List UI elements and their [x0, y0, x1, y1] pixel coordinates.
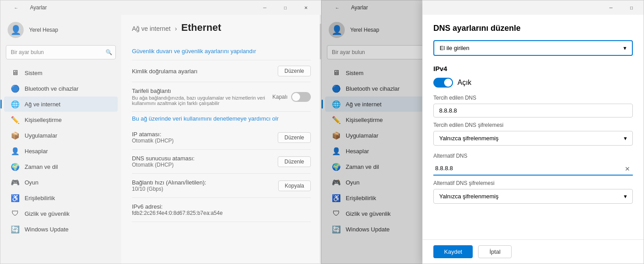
ag-icon: 🌐: [11, 100, 19, 108]
security-label[interactable]: Güvenlik duvarı ve güvenlik ayarlarını y…: [132, 48, 256, 54]
cancel-button[interactable]: İptal: [478, 245, 512, 258]
kimlik-section: Kimlik doğrulama ayarları Düzenle: [132, 60, 311, 82]
search-input[interactable]: [6, 45, 116, 59]
chevron-down-icon: ▾: [623, 45, 627, 51]
bluetooth-icon-2: 🔵: [332, 84, 340, 92]
sidebar-item-zaman[interactable]: 🌍 Zaman ve dil: [4, 159, 118, 174]
sidebar-item-bluetooth[interactable]: 🔵 Bluetooth ve cihazlar: [4, 81, 118, 96]
sidebar2-item-ag[interactable]: 🌐 Ağ ve internet: [325, 96, 439, 112]
search-input-2[interactable]: [327, 45, 437, 59]
sidebar-item-label: Hesaplar: [346, 148, 369, 155]
dns-method-dropdown[interactable]: El ile girilen ▾: [433, 40, 633, 56]
data-link[interactable]: Bu ağ üzerinde veri kullanımını denetlem…: [132, 115, 279, 122]
breadcrumb-parent: Ağ ve internet: [132, 25, 170, 32]
preferred-encryption-dropdown[interactable]: Yalnızca şifrelenmemiş ▾: [433, 131, 633, 146]
sidebar2-item-gizlilik[interactable]: 🛡 Gizlik ve güvenlik: [325, 206, 439, 221]
update-icon: 🔄: [11, 225, 19, 233]
sidebar2-item-sistem[interactable]: 🖥 Sistem: [325, 65, 439, 80]
ipv6-value: fdb2:2c26:f4e4:0:8d67:825:b7ea:a54e: [132, 210, 223, 216]
breadcrumb-sep: ›: [175, 25, 177, 32]
kisisel-icon-2: ✏️: [332, 116, 340, 124]
breadcrumb: Ağ ve internet › Ethernet: [132, 22, 311, 34]
gizlilik-icon-2: 🛡: [332, 210, 340, 218]
alternate-encryption-value: Yalnızca şifrelenmemiş: [439, 193, 499, 200]
dns-edit-button[interactable]: Düzenle: [278, 156, 311, 167]
sidebar-item-label: Zaman ve dil: [25, 163, 58, 170]
sidebar-item-hesaplar[interactable]: 👤 Hesaplar: [4, 143, 118, 159]
preferred-dns-input[interactable]: [433, 104, 633, 117]
sidebar-item-kisisel[interactable]: ✏️ Kişiselleştirme: [4, 112, 118, 127]
nav-items: 🖥 Sistem 🔵 Bluetooth ve cihazlar 🌐 Ağ ve…: [0, 63, 121, 264]
sidebar-item-label: Ağ ve internet: [346, 101, 381, 108]
close-button[interactable]: ✕: [296, 0, 316, 15]
avatar-icon: 👤: [10, 25, 21, 35]
zaman-icon: 🌍: [11, 163, 19, 171]
sidebar2-item-zaman[interactable]: 🌍 Zaman ve dil: [325, 159, 439, 174]
uygulamalar-icon: 📦: [11, 131, 19, 139]
sidebar2-item-erisim[interactable]: ♿ Erişilebilirlik: [325, 190, 439, 205]
ipv6-info: IPv6 adresi: fdb2:2c26:f4e4:0:8d67:825:b…: [132, 203, 223, 216]
sidebar-item-label: Windows Update: [346, 226, 390, 233]
sidebar2-item-uygulamalar[interactable]: 📦 Uygulamalar: [325, 128, 439, 143]
ip-info: IP ataması: Otomatik (DHCP): [132, 131, 174, 144]
kimlik-info: Kimlik doğrulama ayarları: [132, 68, 198, 75]
user-section: 👤 Yerel Hesap: [0, 15, 121, 43]
ipv4-toggle-label: Açık: [458, 79, 471, 87]
sidebar2-item-bluetooth[interactable]: 🔵 Bluetooth ve cihazlar: [325, 81, 439, 96]
sidebar-item-erisim[interactable]: ♿ Erişilebilirlik: [4, 190, 118, 205]
kimlik-edit-button[interactable]: Düzenle: [278, 66, 311, 76]
sidebar-item-oyun[interactable]: 🎮 Oyun: [4, 175, 118, 190]
minimize-button[interactable]: ─: [254, 0, 275, 15]
alternate-encryption-dropdown[interactable]: Yalnızca şifrelenmemiş ▾: [433, 189, 633, 204]
ip-edit-button[interactable]: Düzenle: [278, 132, 311, 143]
dns-method-value: El ile girilen: [440, 45, 469, 51]
sidebar2-item-oyun[interactable]: 🎮 Oyun: [325, 175, 439, 190]
alternate-dns-container: ✕: [433, 162, 633, 176]
back-button[interactable]: ←: [6, 0, 26, 15]
save-button[interactable]: Kaydet: [433, 245, 473, 258]
dns-maximize-button[interactable]: □: [621, 0, 642, 15]
sidebar-item-label: Bluetooth ve cihazlar: [346, 85, 400, 92]
main-content-1: Ağ ve internet › Ethernet Güvenlik duvar…: [121, 15, 322, 264]
tarifeli-toggle-label: Kapalı: [272, 94, 288, 100]
avatar: 👤: [8, 22, 24, 38]
sidebar-item-label: Uygulamalar: [25, 132, 57, 139]
tarifeli-toggle[interactable]: [291, 92, 311, 102]
back-button-2[interactable]: ←: [327, 0, 347, 15]
sidebar-item-label: Hesaplar: [25, 148, 48, 155]
sidebar-item-gizlilik[interactable]: 🛡 Gizlik ve güvenlik: [4, 206, 118, 221]
sidebar-item-uygulamalar[interactable]: 📦 Uygulamalar: [4, 128, 118, 143]
kisisel-icon: ✏️: [11, 116, 19, 124]
gizlilik-icon: 🛡: [11, 210, 19, 218]
sidebar-item-update[interactable]: 🔄 Windows Update: [4, 222, 118, 237]
sidebar2-item-kisisel[interactable]: ✏️ Kişiselleştirme: [325, 112, 439, 127]
speed-section: Bağlantı hızı (Alınan/İletilen): 10/10 (…: [132, 174, 311, 198]
oyun-icon-2: 🎮: [332, 178, 340, 186]
sidebar2-item-hesaplar[interactable]: 👤 Hesaplar: [325, 143, 439, 159]
window-controls: ─ □ ✕: [254, 0, 316, 15]
data-link-section: Bu ağ üzerinde veri kullanımını denetlem…: [132, 112, 311, 126]
search-container: 🔍: [6, 45, 116, 59]
sidebar-item-label: Windows Update: [25, 226, 68, 233]
ipv4-toggle-row: Açık: [433, 78, 633, 88]
security-section: Güvenlik duvarı ve güvenlik ayarlarını y…: [132, 42, 311, 60]
page-header: Ağ ve internet › Ethernet: [132, 22, 311, 34]
ip-label: IP ataması:: [132, 131, 174, 138]
maximize-button[interactable]: □: [275, 0, 296, 15]
sistem-icon-2: 🖥: [332, 69, 340, 77]
dns-dialog: ─ □ DNS ayarlarını düzenle El ile girile…: [422, 0, 644, 264]
ip-section: IP ataması: Otomatik (DHCP) Düzenle: [132, 126, 311, 150]
ipv4-toggle[interactable]: [433, 78, 453, 88]
clear-alternate-dns-button[interactable]: ✕: [625, 165, 630, 172]
sidebar-item-label: Kişiselleştirme: [346, 117, 383, 123]
sidebar-item-label: Sistem: [346, 70, 364, 76]
sidebar-item-sistem[interactable]: 🖥 Sistem: [4, 65, 118, 80]
username-2: Yerel Hesap: [350, 27, 379, 33]
sidebar-item-label: Zaman ve dil: [346, 163, 379, 170]
dns-minimize-button[interactable]: ─: [601, 0, 621, 15]
sidebar-1: 👤 Yerel Hesap 🔍 🖥 Sistem 🔵 Bluetooth: [0, 15, 121, 264]
copy-button[interactable]: Kopyala: [278, 180, 311, 191]
sidebar-item-ag[interactable]: 🌐 Ağ ve internet: [4, 96, 118, 112]
alternate-dns-input[interactable]: [433, 162, 633, 176]
sidebar2-item-update[interactable]: 🔄 Windows Update: [325, 222, 439, 237]
